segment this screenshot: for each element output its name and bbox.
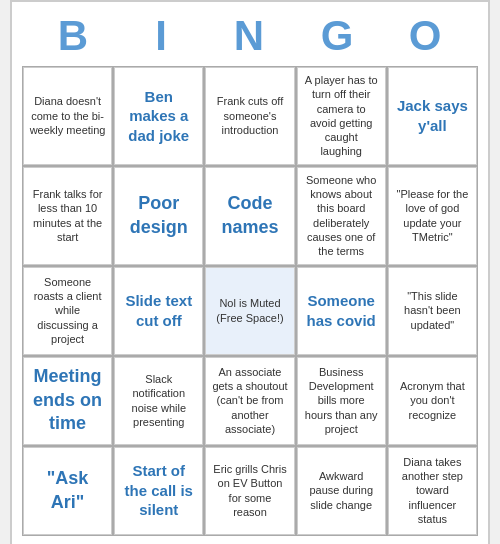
bingo-cell-5[interactable]: Frank talks for less than 10 minutes at … [23, 167, 112, 265]
bingo-grid: Diana doesn't come to the bi-weekly meet… [22, 66, 478, 536]
bingo-cell-19[interactable]: Acronym that you don't recognize [388, 357, 477, 445]
bingo-cell-8[interactable]: Someone who knows about this board delib… [297, 167, 386, 265]
bingo-cell-17[interactable]: An associate gets a shoutout (can't be f… [205, 357, 294, 445]
header-letter-i: I [118, 12, 206, 60]
bingo-cell-18[interactable]: Business Development bills more hours th… [297, 357, 386, 445]
bingo-cell-0[interactable]: Diana doesn't come to the bi-weekly meet… [23, 67, 112, 165]
bingo-cell-2[interactable]: Frank cuts off someone's introduction [205, 67, 294, 165]
bingo-cell-15[interactable]: Meeting ends on time [23, 357, 112, 445]
bingo-cell-24[interactable]: Diana takes another step toward influenc… [388, 447, 477, 535]
header-letter-b: B [30, 12, 118, 60]
bingo-header: BINGO [22, 12, 478, 60]
bingo-cell-20[interactable]: "Ask Ari" [23, 447, 112, 535]
bingo-card: BINGO Diana doesn't come to the bi-weekl… [10, 0, 490, 544]
bingo-cell-22[interactable]: Eric grills Chris on EV Button for some … [205, 447, 294, 535]
header-letter-o: O [382, 12, 470, 60]
bingo-cell-21[interactable]: Start of the call is silent [114, 447, 203, 535]
bingo-cell-11[interactable]: Slide text cut off [114, 267, 203, 355]
bingo-cell-1[interactable]: Ben makes a dad joke [114, 67, 203, 165]
bingo-cell-23[interactable]: Awkward pause during slide change [297, 447, 386, 535]
bingo-cell-3[interactable]: A player has to turn off their camera to… [297, 67, 386, 165]
bingo-cell-16[interactable]: Slack notification noise while presentin… [114, 357, 203, 445]
header-letter-n: N [206, 12, 294, 60]
bingo-cell-12[interactable]: Nol is Muted (Free Space!) [205, 267, 294, 355]
header-letter-g: G [294, 12, 382, 60]
bingo-cell-10[interactable]: Someone roasts a client while discussing… [23, 267, 112, 355]
bingo-cell-7[interactable]: Code names [205, 167, 294, 265]
bingo-cell-14[interactable]: "This slide hasn't been updated" [388, 267, 477, 355]
bingo-cell-9[interactable]: "Please for the love of god update your … [388, 167, 477, 265]
bingo-cell-13[interactable]: Someone has covid [297, 267, 386, 355]
bingo-cell-6[interactable]: Poor design [114, 167, 203, 265]
bingo-cell-4[interactable]: Jack says y'all [388, 67, 477, 165]
